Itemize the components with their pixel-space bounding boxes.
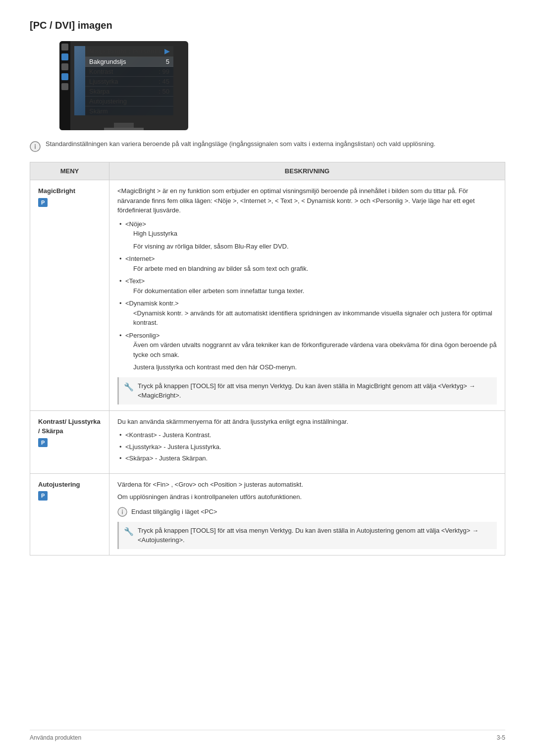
list-item: <Ljusstyrka> - Justera Ljusstyrka.	[117, 442, 497, 452]
desc-list: <Kontrast> - Justera Kontrast. <Ljusstyr…	[117, 430, 497, 463]
monitor-illustration: MagicBright : Personlig ▶ Bakgrundsljs5 …	[59, 41, 188, 130]
footer-right: 3-5	[497, 734, 505, 741]
footer-left: Använda produkten	[30, 734, 81, 741]
menu-label: MagicBright	[38, 187, 75, 195]
list-item: <Skärpa> - Justera Skärpan.	[117, 454, 497, 463]
main-table: MENY BESKRIVNING MagicBright P <MagicBri…	[30, 162, 505, 555]
desc-cell-kontrast: Du kan använda skärmmenyerna för att änd…	[109, 410, 505, 473]
note-icon	[30, 141, 41, 152]
menu-cell-kontrast: Kontrast/ Ljusstyrka / Skärpa P	[30, 410, 109, 473]
tool-note-autojustering: 🔧 Tryck på knappen [TOOLS] för att visa …	[117, 522, 497, 549]
info-note-icon	[117, 507, 127, 517]
desc-intro: <MagicBright > är en ny funktion som erb…	[117, 186, 497, 215]
tools-icon: 🔧	[124, 381, 134, 393]
menu-label: Kontrast/ Ljusstyrka / Skärpa	[38, 418, 101, 435]
tool-note-magicbright: 🔧 Tryck på knappen [TOOLS] för att visa …	[117, 377, 497, 404]
list-item: <Internet> För arbete med en blandning a…	[117, 254, 497, 273]
blue-badge: P	[38, 198, 48, 207]
note-box: Standardinställningen kan variera beroen…	[30, 140, 505, 152]
info-note-text: Endast tillgänglig i läget <PC>	[131, 507, 217, 517]
menu-cell-autojustering: Autojustering P	[30, 473, 109, 555]
blue-badge: P	[38, 491, 48, 501]
menu-label: Autojustering	[38, 481, 80, 488]
tools-icon-2: 🔧	[124, 526, 134, 538]
desc-cell-magicbright: <MagicBright > är en ny funktion som erb…	[109, 180, 505, 411]
table-row: MagicBright P <MagicBright > är en ny fu…	[30, 180, 505, 411]
footer: Använda produkten 3-5	[30, 730, 505, 741]
menu-cell-magicbright: MagicBright P	[30, 180, 109, 411]
list-item: <Nöje> High Ljusstyrka För visning av rö…	[117, 219, 497, 252]
list-item: <Dynamisk kontr.> <Dynamisk kontr. > anv…	[117, 299, 497, 328]
desc-intro: Du kan använda skärmmenyerna för att änd…	[117, 417, 497, 427]
table-row: Kontrast/ Ljusstyrka / Skärpa P Du kan a…	[30, 410, 505, 473]
table-row: Autojustering P Värdena för <Fin> , <Gro…	[30, 473, 505, 555]
page-title: [PC / DVI] imagen	[30, 20, 505, 31]
tool-note-text-2: Tryck på knappen [TOOLS] för att visa me…	[138, 526, 492, 545]
tool-note-text: Tryck på knappen [TOOLS] för att visa me…	[138, 381, 492, 401]
blue-badge: P	[38, 438, 48, 448]
col1-header: MENY	[30, 162, 109, 180]
list-item: <Text> För dokumentation eller arbeten s…	[117, 276, 497, 296]
list-item: <Kontrast> - Justera Kontrast.	[117, 430, 497, 440]
desc-2: Om upplösningen ändras i kontrollpanelen…	[117, 492, 497, 502]
note-text: Standardinställningen kan variera beroen…	[46, 140, 435, 148]
col2-header: BESKRIVNING	[109, 162, 505, 180]
info-note: Endast tillgänglig i läget <PC>	[117, 507, 497, 517]
desc-cell-autojustering: Värdena för <Fin> , <Grov> och <Position…	[109, 473, 505, 555]
desc-list: <Nöje> High Ljusstyrka För visning av rö…	[117, 219, 497, 372]
list-item: <Personlig> Även om värden utvalts noggr…	[117, 331, 497, 372]
desc-intro: Värdena för <Fin> , <Grov> och <Position…	[117, 480, 497, 490]
